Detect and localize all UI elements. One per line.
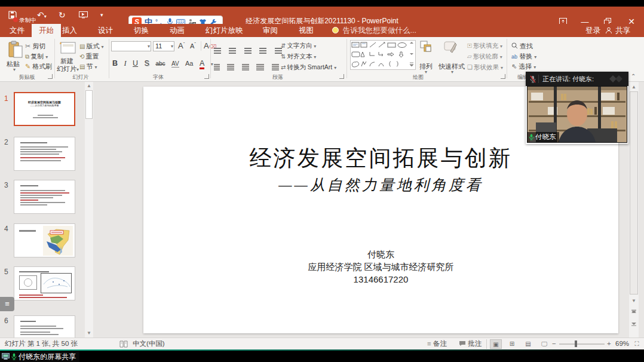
notes-button[interactable]: ≡ 备注: [427, 338, 447, 349]
shape-effects-button[interactable]: ❏形状效果 ▾: [467, 63, 503, 72]
collapse-ribbon-button[interactable]: ⌃: [631, 73, 636, 79]
cut-button[interactable]: ✂ 剪切: [25, 42, 45, 51]
reset-button[interactable]: ⟲重置: [79, 52, 99, 61]
next-slide-button[interactable]: [631, 320, 637, 327]
paste-icon[interactable]: [8, 41, 24, 59]
new-slide-button-line2[interactable]: 幻灯片▾: [57, 65, 79, 73]
clipboard-dialog-launcher[interactable]: [48, 74, 53, 79]
slide-thumbnail-6[interactable]: [14, 315, 75, 338]
screenshare-indicator[interactable]: 付晓东的屏幕共享: [0, 351, 79, 362]
font-size-combo[interactable]: 11▾: [153, 41, 174, 51]
align-text-button[interactable]: ⇅对齐文本 ▾: [281, 53, 316, 61]
underline-button[interactable]: U: [133, 59, 138, 68]
thumbnail-number: 1: [4, 94, 13, 103]
zoom-level[interactable]: 69%: [615, 338, 629, 349]
tab-animations[interactable]: 动画: [162, 24, 192, 37]
text-shadow-button[interactable]: S: [145, 59, 149, 68]
replace-button[interactable]: ab 替换 ▾: [511, 52, 536, 61]
speaker-video[interactable]: 付晓东: [527, 86, 627, 143]
thumbnail-number: 4: [4, 225, 13, 233]
bullets-button[interactable]: [214, 48, 221, 49]
tellme-box[interactable]: 告诉我您想要做什么...: [336, 24, 424, 37]
find-button[interactable]: 查找: [511, 42, 533, 51]
align-left-button[interactable]: [214, 64, 220, 65]
change-case-button[interactable]: Aa: [185, 60, 193, 67]
align-right-button[interactable]: [242, 64, 249, 65]
speaker-video-overlay[interactable]: 正在讲话: 付晓东:: [526, 72, 628, 144]
numbering-button[interactable]: [229, 48, 236, 49]
slide-thumbnail-3[interactable]: [14, 180, 75, 214]
format-painter-button[interactable]: ✎ 格式刷: [25, 62, 52, 71]
main-scroll-thumb[interactable]: [630, 91, 638, 294]
layout-button[interactable]: ▤版式 ▾: [79, 42, 104, 51]
justify-button[interactable]: [256, 64, 264, 65]
zoom-slider-track[interactable]: [559, 343, 605, 345]
decrease-indent-button[interactable]: [244, 48, 252, 49]
slide-thumbnail-2[interactable]: [14, 137, 75, 171]
view-reading-button[interactable]: ▤: [522, 339, 534, 349]
increase-indent-button[interactable]: [259, 48, 266, 49]
tab-review[interactable]: 审阅: [256, 24, 285, 37]
shapes-gallery[interactable]: [350, 40, 416, 70]
paste-dropdown-arrow[interactable]: ▾: [13, 67, 16, 72]
select-button[interactable]: ⇖ 选择 ▾: [511, 62, 536, 71]
font-dialog-launcher[interactable]: [204, 74, 209, 79]
font-name-combo[interactable]: ▾: [111, 41, 151, 51]
fit-to-window-button[interactable]: ⛶: [631, 339, 643, 349]
view-slide-sorter-button[interactable]: ⊞: [506, 339, 518, 349]
copy-button[interactable]: ⧉复制 ▾: [25, 52, 48, 61]
thumbnail-scrollbar[interactable]: [85, 82, 93, 338]
zoom-out-button[interactable]: −: [552, 338, 556, 349]
share-button[interactable]: 共享: [608, 24, 637, 37]
italic-button[interactable]: I: [124, 59, 126, 68]
strikethrough-button[interactable]: abc: [155, 60, 165, 67]
text-direction-icon: ⇵: [281, 42, 286, 49]
tab-transitions[interactable]: 切换: [127, 24, 156, 37]
main-scroll-down[interactable]: ▼: [629, 298, 639, 303]
view-slideshow-button[interactable]: 🖵: [538, 339, 550, 349]
tab-slideshow[interactable]: 幻灯片放映: [198, 24, 250, 37]
tab-insert[interactable]: 插入: [55, 24, 84, 37]
zoom-slider-thumb[interactable]: [575, 340, 577, 347]
align-center-button[interactable]: [227, 64, 234, 65]
decrease-font-button[interactable]: Aˇ: [190, 41, 196, 50]
slide-counter[interactable]: 幻灯片 第 1 张, 共 50 张: [5, 338, 78, 349]
shape-outline-button[interactable]: ▱形状轮廓 ▾: [467, 53, 502, 61]
slide-thumbnail-4[interactable]: [14, 223, 75, 257]
font-color-button[interactable]: A: [200, 59, 204, 69]
slide-title[interactable]: 经济发展空间拓展与创新: [143, 143, 618, 173]
signin-link[interactable]: 登录: [578, 24, 608, 37]
paragraph-dialog-launcher[interactable]: [339, 74, 344, 79]
quick-styles-dropdown[interactable]: ▾: [451, 69, 453, 75]
character-spacing-button[interactable]: AV: [171, 60, 179, 68]
slide-navigator-button[interactable]: ≡: [0, 297, 14, 311]
comments-button[interactable]: 批注: [459, 338, 482, 349]
zoom-in-button[interactable]: +: [607, 338, 611, 349]
slide-thumbnail-1[interactable]: 经济发展空间拓展与创新 ——从自然力量地利角度看: [14, 92, 75, 126]
section-button[interactable]: ▤节 ▾: [79, 62, 97, 71]
previous-slide-button[interactable]: [631, 309, 637, 316]
smartart-button[interactable]: ⇄转换为 SmartArt ▾: [281, 63, 336, 72]
tab-design[interactable]: 设计: [91, 24, 120, 37]
new-slide-icon[interactable]: [59, 41, 76, 56]
shape-effects-icon: ❏: [467, 64, 473, 70]
shape-fill-button[interactable]: 🞔形状填充 ▾: [467, 42, 502, 50]
main-scroll-up[interactable]: ▲: [629, 84, 639, 90]
group-label-drawing: 绘图: [397, 73, 439, 81]
thumbnail-scroll-up[interactable]: ▲: [85, 83, 93, 88]
slide-subtitle[interactable]: ——从自然力量地利角度看: [143, 175, 618, 195]
text-direction-button[interactable]: ⇵文字方向 ▾: [281, 42, 316, 50]
language-indicator[interactable]: 中文(中国): [133, 338, 165, 349]
view-normal-button[interactable]: ▣: [490, 339, 502, 349]
thumbnail-scroll-thumb[interactable]: [85, 90, 93, 119]
slide-author-block[interactable]: 付晓东 应用经济学院 区域与城市经济研究所 13146617220: [143, 248, 618, 286]
slide-thumbnail-5[interactable]: [14, 266, 75, 300]
thumbnail-scroll-down[interactable]: ▼: [85, 330, 93, 336]
font-color-dropdown[interactable]: ▾: [211, 62, 213, 67]
columns-button[interactable]: [272, 64, 279, 65]
proofing-icon[interactable]: [119, 340, 128, 348]
tab-view[interactable]: 视图: [292, 24, 321, 37]
tab-file[interactable]: 文件: [2, 24, 32, 37]
increase-font-button[interactable]: Aˆ: [178, 41, 185, 50]
bold-button[interactable]: B: [112, 59, 118, 68]
